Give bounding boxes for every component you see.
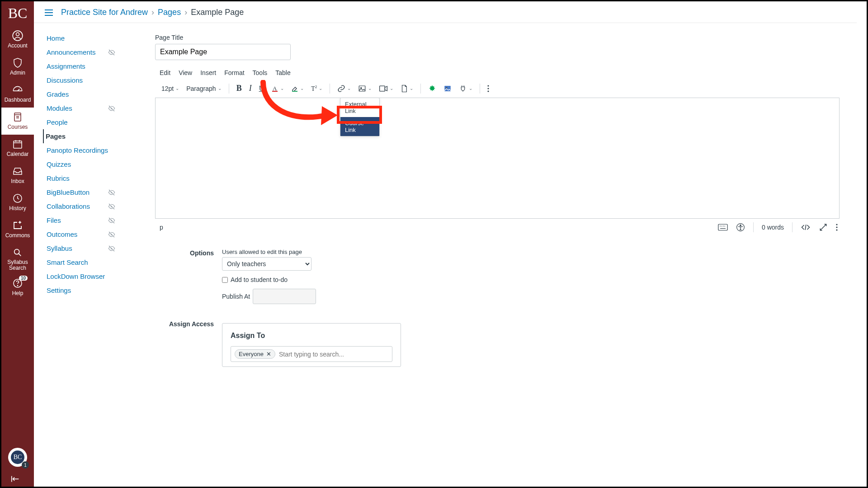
- hidden-icon: [108, 217, 115, 224]
- nav-commons[interactable]: Commons: [1, 216, 34, 243]
- svg-rect-2: [14, 113, 21, 121]
- nav-history[interactable]: History: [1, 189, 34, 216]
- course-nav-item[interactable]: Modules: [44, 101, 120, 115]
- svg-rect-25: [445, 86, 451, 91]
- course-nav-item[interactable]: Home: [44, 31, 120, 45]
- course-nav-item[interactable]: Discussions: [44, 73, 120, 87]
- nav-admin[interactable]: Admin: [1, 53, 34, 80]
- tag-remove-icon[interactable]: ✕: [266, 351, 271, 357]
- svg-point-1: [16, 33, 19, 36]
- svg-point-40: [836, 229, 837, 230]
- course-nav-item[interactable]: Settings: [44, 283, 120, 297]
- nav-label: Courses: [8, 124, 28, 130]
- course-nav-label: Outcomes: [47, 230, 77, 238]
- assign-search-input[interactable]: [279, 351, 388, 358]
- course-nav-item[interactable]: BigBlueButton: [44, 185, 120, 199]
- chevron-right-icon: ›: [151, 8, 154, 17]
- hidden-icon: [108, 245, 115, 252]
- page-title-label: Page Title: [155, 34, 840, 41]
- menubar-item[interactable]: View: [179, 69, 192, 76]
- hamburger-icon[interactable]: [44, 9, 54, 17]
- course-nav-item[interactable]: Outcomes: [44, 227, 120, 241]
- nav-syllabus-search[interactable]: SyllabusSearch: [1, 243, 34, 274]
- course-nav-item[interactable]: Collaborations: [44, 199, 120, 213]
- logo[interactable]: BC: [8, 3, 28, 26]
- nav-inbox[interactable]: Inbox: [1, 162, 34, 189]
- publish-at-input[interactable]: [253, 289, 316, 304]
- avatar-bubble[interactable]: BC 1: [8, 448, 27, 467]
- course-nav-label: Rubrics: [47, 174, 70, 182]
- course-nav-label: Modules: [47, 104, 72, 112]
- keyboard-icon[interactable]: [718, 224, 728, 231]
- bold-button[interactable]: B: [234, 82, 245, 95]
- menubar-item[interactable]: Edit: [160, 69, 170, 76]
- svg-rect-6: [14, 141, 22, 148]
- block-format-select[interactable]: Paragraph⌄: [184, 83, 224, 94]
- editor-menubar: EditViewInsertFormatToolsTable: [155, 69, 840, 76]
- options-section: Options Users allowed to edit this page …: [155, 249, 840, 304]
- nav-account[interactable]: Account: [1, 26, 34, 53]
- fullscreen-icon[interactable]: [819, 223, 828, 232]
- element-path[interactable]: p: [157, 224, 163, 231]
- hidden-icon: [108, 203, 115, 210]
- more-button[interactable]: [485, 83, 492, 94]
- chevron-right-icon: ›: [184, 8, 187, 17]
- media-button[interactable]: ⌄: [376, 83, 396, 94]
- more-icon[interactable]: [836, 224, 838, 231]
- course-nav-item[interactable]: Files: [44, 213, 120, 227]
- breadcrumb-section[interactable]: Pages: [158, 8, 181, 17]
- hidden-icon: [108, 231, 115, 238]
- nav-label: Admin: [10, 70, 25, 76]
- embed-image-button[interactable]: [441, 83, 454, 94]
- menubar-item[interactable]: Tools: [253, 69, 268, 76]
- nav-label: Account: [8, 42, 27, 49]
- course-nav-label: Pages: [46, 132, 66, 140]
- svg-rect-30: [718, 224, 727, 230]
- document-button[interactable]: ⌄: [398, 83, 416, 94]
- assign-to-input-wrap[interactable]: Everyone ✕: [231, 346, 392, 362]
- collapse-nav-button[interactable]: [1, 475, 34, 483]
- course-nav-item[interactable]: Panopto Recordings: [44, 143, 120, 157]
- user-circle-icon: [12, 30, 24, 42]
- course-nav: HomeAnnouncementsAssignmentsDiscussionsG…: [34, 23, 120, 487]
- course-nav-item[interactable]: Assignments: [44, 59, 120, 73]
- course-nav-item[interactable]: People: [44, 115, 120, 129]
- course-nav-label: Settings: [47, 286, 71, 294]
- nav-calendar[interactable]: Calendar: [1, 135, 34, 162]
- clock-icon: [12, 192, 24, 204]
- plugin-button[interactable]: ⌄: [456, 83, 475, 94]
- menubar-item[interactable]: Format: [224, 69, 244, 76]
- nav-courses[interactable]: Courses: [1, 108, 34, 135]
- course-nav-label: Discussions: [47, 76, 83, 84]
- breadcrumb-site[interactable]: Practice Site for Andrew: [61, 8, 148, 17]
- accessibility-icon[interactable]: [736, 223, 745, 232]
- course-nav-item[interactable]: Smart Search: [44, 255, 120, 269]
- svg-rect-22: [359, 86, 366, 91]
- course-nav-item[interactable]: Pages: [43, 129, 120, 143]
- apps-button[interactable]: [425, 83, 439, 94]
- italic-button[interactable]: I: [246, 82, 255, 95]
- todo-checkbox[interactable]: [222, 277, 228, 283]
- course-nav-item[interactable]: LockDown Browser: [44, 269, 120, 283]
- course-nav-item[interactable]: Syllabus: [44, 241, 120, 255]
- course-nav-label: Syllabus: [47, 244, 72, 252]
- nav-dashboard[interactable]: Dashboard: [1, 80, 34, 108]
- page-title-input[interactable]: [155, 44, 291, 60]
- menubar-item[interactable]: Table: [275, 69, 290, 76]
- nav-help[interactable]: 10 Help: [1, 274, 34, 301]
- separator: [792, 222, 793, 232]
- editor-canvas[interactable]: External Link Course Link: [155, 98, 840, 219]
- todo-checkbox-row[interactable]: Add to student to-do: [222, 276, 840, 283]
- font-size-select[interactable]: 12pt⌄: [159, 83, 182, 94]
- users-allowed-select[interactable]: Only teachers: [222, 257, 311, 271]
- course-nav-item[interactable]: Rubrics: [44, 171, 120, 185]
- course-nav-item[interactable]: Quizzes: [44, 157, 120, 171]
- course-nav-label: People: [47, 118, 68, 126]
- image-button[interactable]: ⌄: [355, 83, 374, 94]
- course-nav-item[interactable]: Announcements: [44, 45, 120, 59]
- html-view-icon[interactable]: [801, 224, 811, 231]
- course-nav-item[interactable]: Grades: [44, 87, 120, 101]
- nav-label: Inbox: [11, 178, 24, 184]
- menubar-item[interactable]: Insert: [200, 69, 216, 76]
- topbar: Practice Site for Andrew › Pages › Examp…: [34, 1, 857, 23]
